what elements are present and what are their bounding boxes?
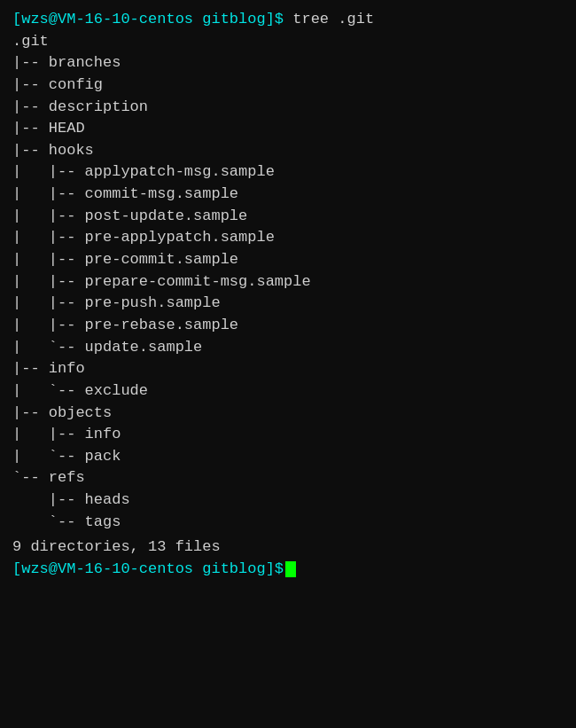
- tree-line: |-- info: [12, 358, 564, 380]
- tree-line: | |-- pre-push.sample: [12, 293, 564, 315]
- tree-line: | |-- commit-msg.sample: [12, 184, 564, 206]
- terminal-window: [wzs@VM-16-10-centos gitblog]$ tree .git…: [12, 9, 564, 581]
- command-line: [wzs@VM-16-10-centos gitblog]$ tree .git: [12, 9, 564, 31]
- tree-line: | `-- pack: [12, 446, 564, 468]
- tree-line: | |-- pre-applypatch.sample: [12, 227, 564, 249]
- tree-line: |-- branches: [12, 52, 564, 74]
- command-text: tree .git: [284, 11, 374, 27]
- tree-output: .git|-- branches|-- config|-- descriptio…: [12, 31, 564, 534]
- tree-line: | `-- update.sample: [12, 337, 564, 359]
- tree-line: |-- HEAD: [12, 118, 564, 140]
- tree-line: |-- objects: [12, 403, 564, 425]
- cursor: [285, 561, 296, 577]
- tree-line: |-- hooks: [12, 140, 564, 162]
- tree-line: | |-- info: [12, 424, 564, 446]
- tree-line: | |-- prepare-commit-msg.sample: [12, 271, 564, 294]
- tree-line: |-- description: [12, 97, 564, 119]
- tree-line: | |-- applypatch-msg.sample: [12, 161, 564, 184]
- tree-line: |-- heads: [12, 489, 564, 512]
- final-prompt-user: [wzs@VM-16-10-centos gitblog]$: [12, 560, 284, 577]
- tree-line: |-- config: [12, 74, 564, 97]
- tree-line: .git: [12, 31, 564, 53]
- tree-line: | |-- pre-commit.sample: [12, 249, 564, 271]
- tree-line: `-- refs: [12, 467, 564, 489]
- tree-line: `-- tags: [12, 512, 564, 534]
- tree-line: | `-- exclude: [12, 380, 564, 403]
- summary-line: 9 directories, 13 files: [12, 536, 564, 559]
- tree-line: | |-- post-update.sample: [12, 206, 564, 228]
- prompt-user: [wzs@VM-16-10-centos gitblog]$: [12, 11, 284, 27]
- final-prompt-line: [wzs@VM-16-10-centos gitblog]$: [12, 559, 564, 581]
- tree-line: | |-- pre-rebase.sample: [12, 315, 564, 337]
